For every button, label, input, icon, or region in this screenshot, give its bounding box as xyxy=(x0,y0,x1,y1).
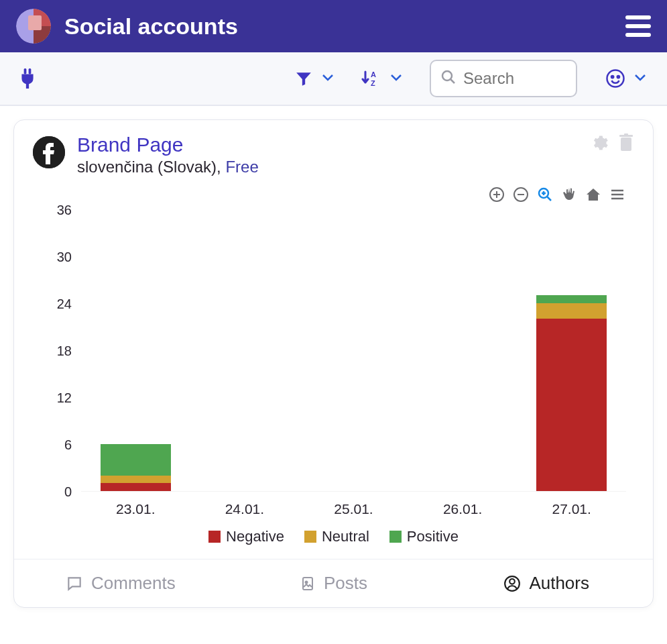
menu-lines-icon[interactable] xyxy=(609,186,626,203)
bar-segment-neutral[interactable] xyxy=(536,303,607,319)
emoji-dropdown[interactable] xyxy=(605,68,648,89)
bar-slot xyxy=(408,210,518,491)
account-card: Brand Page slovenčina (Slovak), Free xyxy=(13,119,654,608)
bar-slot xyxy=(517,210,626,491)
header-left: Social accounts xyxy=(16,9,238,44)
filter-dropdown[interactable] xyxy=(294,69,336,88)
x-tick: 25.01. xyxy=(299,492,408,517)
tab-label: Posts xyxy=(324,573,367,594)
bar-slot xyxy=(81,210,190,491)
x-tick: 23.01. xyxy=(81,492,190,517)
account-title[interactable]: Brand Page xyxy=(77,133,259,156)
y-axis: 061218243036 xyxy=(41,210,81,492)
chevron-down-icon xyxy=(388,69,404,88)
tab-posts[interactable]: Posts xyxy=(227,559,440,607)
legend-swatch xyxy=(208,531,221,543)
legend-label: Negative xyxy=(226,528,284,545)
toolbar: A Z xyxy=(0,52,667,106)
trash-icon[interactable] xyxy=(618,133,634,155)
app-header: Social accounts xyxy=(0,0,667,52)
svg-point-7 xyxy=(607,70,624,87)
gear-icon[interactable] xyxy=(590,133,609,155)
bar[interactable] xyxy=(536,295,607,491)
bar-segment-neutral[interactable] xyxy=(101,476,171,484)
svg-rect-1 xyxy=(28,15,42,30)
y-tick: 12 xyxy=(57,390,72,406)
search-input[interactable] xyxy=(463,69,566,88)
svg-text:A: A xyxy=(371,70,376,78)
chevron-down-icon xyxy=(320,69,336,88)
svg-point-6 xyxy=(442,71,452,80)
emoji-icon xyxy=(605,68,625,89)
svg-point-8 xyxy=(611,76,613,78)
x-axis: 23.01.24.01.25.01.26.01.27.01. xyxy=(41,492,626,517)
svg-rect-17 xyxy=(303,578,312,590)
legend-item[interactable]: Negative xyxy=(208,528,284,545)
sort-az-icon: A Z xyxy=(361,69,381,88)
card-actions xyxy=(590,133,634,155)
legend-label: Positive xyxy=(407,528,459,545)
svg-text:Z: Z xyxy=(371,79,375,87)
bar-slot xyxy=(190,210,300,491)
y-tick: 30 xyxy=(57,250,72,265)
menu-button[interactable] xyxy=(625,15,651,37)
zoom-in-icon[interactable] xyxy=(488,186,505,203)
svg-point-18 xyxy=(305,581,307,583)
svg-rect-13 xyxy=(624,133,628,136)
svg-point-9 xyxy=(617,76,619,78)
legend-label: Neutral xyxy=(322,528,369,545)
bar-slot xyxy=(299,210,408,491)
sort-dropdown[interactable]: A Z xyxy=(361,69,404,88)
tab-label: Authors xyxy=(529,573,589,594)
home-icon[interactable] xyxy=(585,186,602,203)
chevron-down-icon xyxy=(632,69,648,88)
tab-authors[interactable]: Authors xyxy=(440,559,653,607)
legend-item[interactable]: Positive xyxy=(389,528,459,545)
card-title-block: Brand Page slovenčina (Slovak), Free xyxy=(77,133,259,176)
card-tabs: Comments Posts Authors xyxy=(14,559,653,607)
x-tick: 26.01. xyxy=(408,492,518,517)
pan-icon[interactable] xyxy=(560,186,578,203)
y-tick: 0 xyxy=(64,484,72,500)
y-tick: 18 xyxy=(57,343,72,359)
svg-rect-2 xyxy=(24,68,27,74)
y-tick: 36 xyxy=(57,203,72,218)
x-tick: 27.01. xyxy=(517,492,626,517)
x-tick: 24.01. xyxy=(190,492,300,517)
bar-segment-positive[interactable] xyxy=(101,444,171,476)
account-subtitle: slovenčina (Slovak), Free xyxy=(77,158,259,176)
stacked-bar-chart: 061218243036 xyxy=(41,210,626,492)
bar-segment-negative[interactable] xyxy=(101,483,171,491)
legend-swatch xyxy=(389,531,402,543)
bar-segment-negative[interactable] xyxy=(536,319,607,491)
zoom-search-icon[interactable] xyxy=(536,186,554,203)
app-logo xyxy=(16,9,51,44)
zoom-out-icon[interactable] xyxy=(512,186,530,203)
account-plan[interactable]: Free xyxy=(225,158,258,176)
filter-icon xyxy=(294,70,313,87)
legend-item[interactable]: Neutral xyxy=(304,528,369,545)
chart-legend: NegativeNeutralPositive xyxy=(41,517,626,552)
account-language: slovenčina (Slovak), xyxy=(77,158,225,176)
y-tick: 24 xyxy=(57,297,72,312)
page-title: Social accounts xyxy=(64,13,238,40)
bar-segment-positive[interactable] xyxy=(536,295,607,303)
facebook-icon xyxy=(33,136,65,168)
plot-area[interactable] xyxy=(81,210,626,492)
chart-container: 061218243036 23.01.24.01.25.01.26.01.27.… xyxy=(14,203,653,559)
svg-rect-3 xyxy=(29,68,32,74)
bar[interactable] xyxy=(101,444,171,491)
tab-comments[interactable]: Comments xyxy=(14,559,227,607)
legend-swatch xyxy=(304,531,316,543)
svg-point-20 xyxy=(510,578,516,584)
chart-toolbar xyxy=(14,182,653,203)
search-box[interactable] xyxy=(430,60,577,97)
plug-icon[interactable] xyxy=(19,68,36,89)
svg-rect-11 xyxy=(621,138,631,151)
y-tick: 6 xyxy=(64,437,72,453)
tab-label: Comments xyxy=(91,573,176,594)
card-header: Brand Page slovenčina (Slovak), Free xyxy=(14,120,653,182)
search-icon xyxy=(440,69,457,88)
